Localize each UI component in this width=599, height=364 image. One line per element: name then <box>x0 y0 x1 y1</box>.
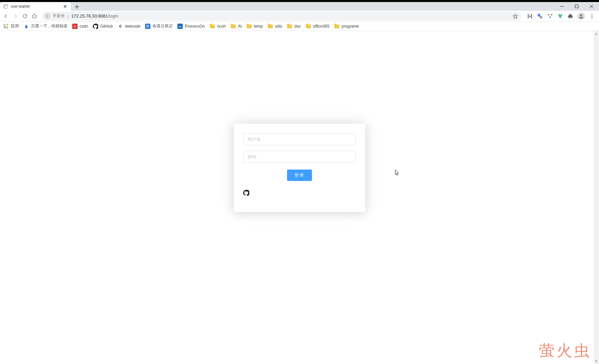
ext-translate-icon[interactable] <box>537 13 543 19</box>
bookmark-label: AI <box>238 24 241 29</box>
svg-point-5 <box>530 16 530 16</box>
bookmark-ai[interactable]: AI <box>230 24 241 29</box>
bookmark-github[interactable]: GitHub <box>93 24 113 29</box>
close-icon[interactable] <box>63 4 67 9</box>
window-close-button[interactable] <box>584 2 599 11</box>
new-tab-button[interactable] <box>73 3 81 11</box>
ext-vue-icon[interactable] <box>557 13 563 19</box>
cursor-icon <box>395 170 399 176</box>
browser-tabstrip: vue-starter <box>0 2 599 11</box>
folder-icon <box>230 24 236 29</box>
window-maximize-button[interactable] <box>569 2 584 11</box>
browser-tab-active[interactable]: vue-starter <box>0 2 71 11</box>
ext-octotree-icon[interactable] <box>547 13 553 19</box>
login-card: 登录 <box>234 124 365 212</box>
address-url: 172.25.78.33:8081/login <box>71 13 118 19</box>
window-minimize-button[interactable] <box>554 2 569 11</box>
bookmark-apps[interactable]: 应用 <box>3 23 19 29</box>
bookmark-label: 应用 <box>11 23 19 29</box>
ext-bracket-icon[interactable] <box>527 13 533 19</box>
profile-avatar-button[interactable] <box>577 12 585 20</box>
folder-icon <box>247 24 252 29</box>
bookmark-label: GitHub <box>100 24 113 29</box>
bookmark-baidu[interactable]: 百度一下，你就知道 <box>24 23 67 29</box>
svg-point-13 <box>592 16 593 17</box>
svg-marker-4 <box>513 14 518 18</box>
folder-icon <box>209 24 215 29</box>
bookmark-csdn[interactable]: C csdn <box>72 24 88 29</box>
svg-point-9 <box>551 14 552 16</box>
bookmark-label: leetcode <box>125 24 140 29</box>
baidu-icon <box>24 24 29 29</box>
vertical-scrollbar[interactable]: ▲ ▼ <box>594 31 599 364</box>
extension-icons <box>525 12 597 20</box>
separator: | <box>67 13 68 19</box>
processon-icon: On <box>177 24 183 29</box>
leetcode-icon <box>118 24 123 29</box>
bookmark-label: 百度一下，你就知道 <box>31 23 67 29</box>
bookmark-office365[interactable]: office365 <box>306 24 330 29</box>
folder-icon <box>268 24 273 29</box>
folder-icon <box>287 24 292 29</box>
svg-point-10 <box>549 16 551 18</box>
login-button[interactable]: 登录 <box>287 170 312 181</box>
browser-toolbar: i 不安全 | 172.25.78.33:8081/login <box>0 11 599 22</box>
bookmark-label: ricoh <box>217 24 226 29</box>
bookmark-processon[interactable]: On ProcessOn <box>177 24 205 29</box>
bookmark-ricoh[interactable]: ricoh <box>209 24 226 29</box>
site-info-icon[interactable]: i <box>45 14 50 19</box>
bookmark-label: programe <box>342 24 359 29</box>
bookmark-leetcode[interactable]: leetcode <box>118 24 140 29</box>
bookmark-utils[interactable]: utils <box>268 24 282 29</box>
svg-point-14 <box>592 17 593 18</box>
scroll-up-button[interactable]: ▲ <box>594 31 599 36</box>
github-icon <box>93 24 98 29</box>
nav-forward-button[interactable] <box>11 12 20 20</box>
bookmark-label: utils <box>275 24 282 29</box>
username-input[interactable] <box>243 133 356 145</box>
svg-text:C: C <box>74 25 76 28</box>
page-content: 登录 ▲ ▼ 萤火虫 <box>0 31 599 364</box>
extensions-puzzle-icon[interactable] <box>567 13 573 19</box>
svg-rect-7 <box>540 16 542 19</box>
tab-favicon <box>3 4 8 9</box>
svg-text:On: On <box>179 25 182 27</box>
svg-point-8 <box>548 14 549 16</box>
bookmark-label: doc <box>294 24 301 29</box>
bookmark-temp[interactable]: temp <box>247 24 263 29</box>
apps-grid-icon <box>3 24 9 29</box>
bookmark-youdao[interactable]: 有道云笔记 <box>145 23 173 29</box>
plus-icon <box>75 5 79 9</box>
nav-reload-button[interactable] <box>21 12 29 20</box>
youdao-icon <box>145 24 150 29</box>
chrome-menu-button[interactable] <box>589 13 595 19</box>
svg-point-11 <box>580 14 582 16</box>
tab-title: vue-starter <box>11 4 60 9</box>
address-bar[interactable]: i 不安全 | 172.25.78.33:8081/login <box>42 12 521 21</box>
bookmark-label: office365 <box>313 24 330 29</box>
window-controls <box>554 2 599 11</box>
bookmark-star-icon[interactable] <box>513 13 518 19</box>
csdn-icon: C <box>72 24 78 29</box>
scroll-down-button[interactable]: ▼ <box>594 359 599 364</box>
folder-icon <box>306 24 311 29</box>
bookmarks-bar: 应用 百度一下，你就知道 C csdn GitHub leetcode 有道云笔… <box>0 22 599 31</box>
bookmark-doc[interactable]: doc <box>287 24 301 29</box>
site-security-label: 不安全 <box>53 13 65 19</box>
nav-home-button[interactable] <box>30 12 38 20</box>
svg-rect-1 <box>575 5 578 8</box>
bookmark-programe[interactable]: programe <box>334 24 359 29</box>
bookmark-label: csdn <box>80 24 88 29</box>
watermark-text: 萤火虫 <box>539 340 592 361</box>
nav-back-button[interactable] <box>2 12 10 20</box>
password-input[interactable] <box>243 151 356 163</box>
bookmark-label: temp <box>254 24 263 29</box>
bookmark-label: ProcessOn <box>185 24 205 29</box>
bookmark-label: 有道云笔记 <box>152 23 173 29</box>
svg-point-12 <box>592 14 593 15</box>
folder-icon <box>334 24 340 29</box>
github-login-link[interactable] <box>243 190 249 196</box>
